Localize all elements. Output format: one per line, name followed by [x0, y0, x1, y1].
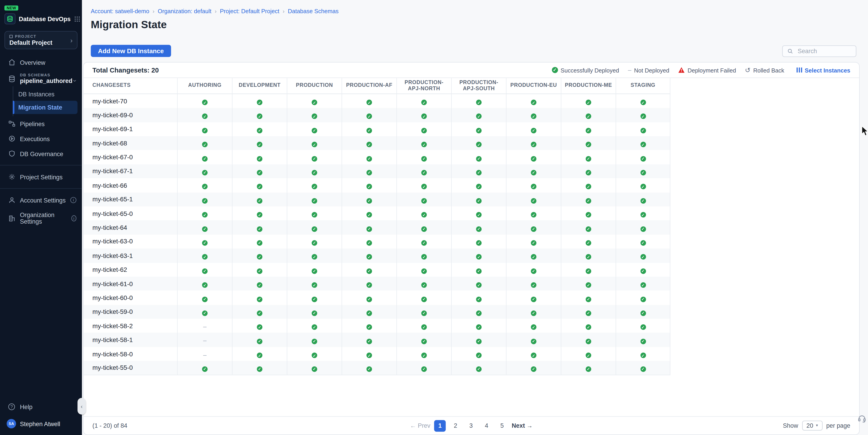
- status-cell: [451, 164, 506, 178]
- success-check-icon: [552, 67, 558, 73]
- status-cell: [396, 347, 451, 361]
- table-row[interactable]: my-ticket-69-1: [84, 122, 670, 136]
- status-cell: [616, 319, 670, 333]
- table-row[interactable]: my-ticket-67-0: [84, 150, 670, 164]
- deployed-check-icon: [640, 170, 646, 176]
- select-instances-button[interactable]: Select Instances: [797, 67, 850, 73]
- search-input[interactable]: [797, 47, 851, 55]
- chevron-right-icon: ›: [153, 8, 155, 14]
- status-cell: [561, 108, 616, 122]
- deployed-check-icon: [257, 128, 262, 133]
- table-row[interactable]: my-ticket-55-0: [84, 361, 670, 375]
- table-row[interactable]: my-ticket-63-0: [84, 235, 670, 249]
- table-row[interactable]: my-ticket-59-0: [84, 305, 670, 319]
- sidebar-item-db-governance[interactable]: DB Governance: [0, 146, 82, 161]
- divider: [0, 165, 82, 165]
- table-row[interactable]: my-ticket-58-1: [84, 333, 670, 347]
- column-header: PRODUCTION-AF: [342, 78, 396, 94]
- pipelines-icon: [8, 120, 16, 127]
- deployed-check-icon: [312, 366, 317, 372]
- page-button-1[interactable]: 1: [434, 420, 446, 431]
- page-button-3[interactable]: 3: [465, 420, 477, 431]
- deployed-check-icon: [586, 212, 591, 218]
- add-db-instance-button[interactable]: Add New DB Instance: [91, 45, 171, 57]
- sidebar-item-migration-state[interactable]: Migration State: [13, 101, 78, 114]
- deployed-check-icon: [312, 198, 317, 204]
- page-button-4[interactable]: 4: [481, 420, 492, 431]
- status-cell: [506, 136, 561, 150]
- table-row[interactable]: my-ticket-58-0: [84, 347, 670, 361]
- sidebar-item-organization-settings[interactable]: Organization Settings i: [0, 208, 82, 229]
- sidebar-item-overview[interactable]: Overview: [0, 55, 82, 70]
- deployed-check-icon: [202, 282, 208, 288]
- deployed-check-icon: [476, 99, 482, 105]
- status-cell: [232, 206, 287, 220]
- project-selector[interactable]: PROJECT Default Project ›: [4, 31, 78, 49]
- divider: [0, 188, 82, 189]
- support-widget-icon[interactable]: [858, 414, 866, 425]
- table-row[interactable]: my-ticket-64: [84, 220, 670, 235]
- table-row[interactable]: my-ticket-58-2: [84, 319, 670, 333]
- status-cell: [396, 220, 451, 235]
- table-row[interactable]: my-ticket-60-0: [84, 291, 670, 305]
- sidebar-item-account-settings[interactable]: Account Settings i: [0, 192, 82, 208]
- breadcrumb-organization[interactable]: Organization: default: [158, 8, 211, 14]
- deployed-check-icon: [640, 366, 646, 372]
- breadcrumb-account[interactable]: Account: satwell-demo: [91, 8, 149, 14]
- deployed-check-icon: [640, 198, 646, 204]
- status-cell: [396, 94, 451, 108]
- select-instances-icon: [797, 67, 802, 72]
- deployed-check-icon: [257, 198, 262, 204]
- status-cell: [616, 206, 670, 220]
- deployed-check-icon: [367, 297, 372, 302]
- table-row[interactable]: my-ticket-63-1: [84, 249, 670, 263]
- sidebar-item-project-settings[interactable]: Project Settings: [0, 169, 82, 184]
- deployed-check-icon: [421, 142, 427, 147]
- table-row[interactable]: my-ticket-68: [84, 136, 670, 150]
- table-row[interactable]: my-ticket-66: [84, 178, 670, 192]
- page-button-5[interactable]: 5: [496, 420, 508, 431]
- column-header: AUTHORING: [177, 78, 232, 94]
- apps-grid-icon[interactable]: [74, 16, 80, 22]
- deployed-check-icon: [586, 282, 591, 288]
- deployed-check-icon: [312, 324, 317, 330]
- changeset-name: my-ticket-70: [84, 94, 177, 108]
- sidebar-item-db-instances[interactable]: DB Instances: [13, 88, 78, 101]
- status-cell: [561, 305, 616, 319]
- deployed-check-icon: [367, 352, 372, 358]
- status-cell: [232, 263, 287, 277]
- breadcrumb-project[interactable]: Project: Default Project: [220, 8, 279, 14]
- status-cell: [506, 263, 561, 277]
- table-row[interactable]: my-ticket-67-1: [84, 164, 670, 178]
- table-row[interactable]: my-ticket-65-1: [84, 192, 670, 206]
- deployed-check-icon: [312, 156, 317, 161]
- page-size-select[interactable]: 20▾: [802, 421, 823, 431]
- changeset-name: my-ticket-67-0: [84, 150, 177, 164]
- table-row[interactable]: my-ticket-65-0: [84, 206, 670, 220]
- table-row[interactable]: my-ticket-62: [84, 263, 670, 277]
- table-row[interactable]: my-ticket-69-0: [84, 108, 670, 122]
- breadcrumb-database-schemas[interactable]: Database Schemas: [288, 8, 339, 14]
- next-page-button[interactable]: Next →: [512, 422, 533, 429]
- sidebar-item-executions[interactable]: Executions: [0, 131, 82, 146]
- status-cell: [451, 220, 506, 235]
- status-cell: [287, 136, 342, 150]
- user-menu[interactable]: SA Stephen Atwell: [0, 414, 82, 432]
- deployed-check-icon: [531, 212, 536, 218]
- help-button[interactable]: ? Help: [0, 400, 82, 414]
- table-row[interactable]: my-ticket-70: [84, 94, 670, 108]
- prev-page-button[interactable]: ← Prev: [410, 422, 430, 429]
- new-badge: NEW: [4, 5, 18, 10]
- status-cell: [506, 206, 561, 220]
- status-cell: [287, 235, 342, 249]
- sidebar-section-db-schemas[interactable]: DB SCHEMAS pipeline_authored ›: [0, 70, 82, 86]
- table-row[interactable]: my-ticket-61-0: [84, 277, 670, 291]
- page-button-2[interactable]: 2: [450, 420, 461, 431]
- sidebar-item-pipelines[interactable]: Pipelines: [0, 116, 82, 131]
- deployed-check-icon: [531, 268, 536, 274]
- deployed-check-icon: [531, 240, 536, 246]
- sidebar-collapse-handle[interactable]: ‹: [78, 398, 86, 414]
- column-header: STAGING: [616, 78, 670, 94]
- status-cell: [506, 249, 561, 263]
- deployed-check-icon: [312, 352, 317, 358]
